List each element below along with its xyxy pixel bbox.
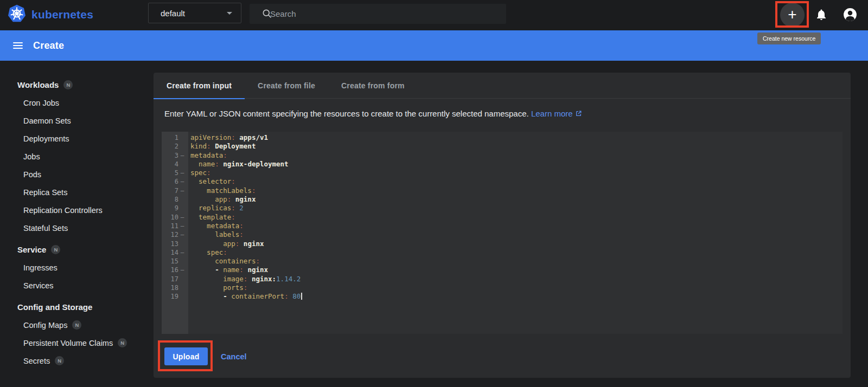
sidebar-item-stateful-sets[interactable]: Stateful Sets (0, 219, 154, 237)
editor-code-area[interactable]: apiVersion: apps/v1kind: Deploymentmetad… (188, 132, 843, 334)
code-line: kind: Deployment (190, 142, 843, 151)
cancel-button[interactable]: Cancel (221, 347, 247, 365)
plus-icon: + (788, 7, 796, 22)
token-key: matchLabels (207, 186, 252, 195)
sidebar-item-label: Jobs (23, 152, 40, 161)
sidebar-item-label: Daemon Sets (23, 117, 71, 125)
sidebar-section-workloads[interactable]: WorkloadsN (0, 76, 154, 94)
token-colon: : (231, 133, 235, 141)
yaml-editor[interactable]: 123–45–6–7–8910–11–12–1314–1516–171819 a… (162, 132, 843, 334)
token-num: 2 (235, 204, 244, 212)
top-bar: kubernetes default + (0, 0, 868, 30)
fold-marker-icon[interactable]: – (178, 222, 186, 230)
sidebar-item-deployments[interactable]: Deployments (0, 130, 154, 147)
gutter-line: 17 (162, 275, 188, 283)
sidebar-item-label: Stateful Sets (23, 224, 68, 233)
token-plain (190, 240, 223, 248)
sidebar-item-label: Ingresses (23, 263, 58, 272)
app-bar: Create (0, 30, 868, 61)
gutter-line: 14– (162, 248, 188, 257)
sidebar-item-replication-controllers[interactable]: Replication Controllers (0, 201, 154, 219)
new-badge: N (51, 245, 60, 254)
sidebar-item-ingresses[interactable]: Ingresses (0, 259, 154, 276)
notifications-button[interactable] (815, 8, 828, 23)
search-icon (261, 8, 272, 21)
gutter-line: 10– (162, 213, 188, 222)
tab-create-from-form[interactable]: Create from form (328, 73, 418, 99)
sidebar-section-label: Workloads (17, 80, 59, 89)
line-number: 3 (162, 151, 178, 160)
sidebar-item-replica-sets[interactable]: Replica Sets (0, 183, 154, 201)
fold-spacer (178, 160, 186, 169)
sidebar-item-secrets[interactable]: SecretsN (0, 352, 154, 370)
line-number: 4 (162, 160, 178, 169)
code-line: ports: (190, 283, 843, 292)
brand-title: kubernetes (31, 8, 93, 21)
fold-marker-icon[interactable]: – (178, 230, 186, 239)
code-line: - name: nginx (190, 266, 843, 274)
search-bar[interactable] (250, 4, 506, 24)
fold-marker-icon[interactable]: – (178, 186, 186, 195)
sidebar-section-service[interactable]: ServiceN (0, 241, 154, 259)
sidebar: WorkloadsNCron JobsDaemon SetsDeployment… (0, 61, 154, 387)
token-val: nginx (244, 266, 268, 274)
menu-icon[interactable] (13, 41, 23, 50)
token-plain (190, 177, 199, 185)
gutter-line: 15 (162, 257, 188, 266)
sidebar-item-persistent-volume-claims[interactable]: Persistent Volume ClaimsN (0, 334, 154, 352)
namespace-selector[interactable]: default (148, 3, 241, 23)
sidebar-item-label: Replication Controllers (23, 206, 103, 215)
token-colon: : (215, 160, 219, 168)
sidebar-item-label: Persistent Volume Claims (23, 339, 113, 347)
new-badge: N (72, 320, 81, 330)
new-badge: N (118, 338, 127, 347)
tooltip-create-new-resource: Create new resource (757, 33, 821, 44)
fold-marker-icon[interactable]: – (178, 266, 186, 274)
fold-marker-icon[interactable]: – (178, 169, 186, 177)
code-line: containers: (190, 257, 843, 266)
token-key: ports (223, 283, 244, 292)
token-colon: : (239, 266, 244, 274)
token-key: app (223, 240, 235, 248)
line-number: 1 (162, 133, 178, 142)
token-val: nginx-deployment (219, 160, 289, 168)
tab-create-from-input[interactable]: Create from input (154, 73, 245, 99)
gutter-line: 1 (162, 133, 188, 142)
brand[interactable]: kubernetes (8, 4, 93, 25)
fold-spacer (178, 133, 186, 142)
account-button[interactable] (843, 8, 857, 24)
tab-create-from-file[interactable]: Create from file (245, 73, 328, 99)
fold-marker-icon[interactable]: – (178, 177, 186, 186)
fold-marker-icon[interactable]: – (178, 248, 186, 257)
token-key: template (199, 213, 231, 221)
sidebar-section-label: Config and Storage (17, 302, 92, 312)
token-plain (190, 266, 215, 274)
gutter-line: 13 (162, 240, 188, 248)
learn-more-link[interactable]: Learn more (531, 109, 582, 118)
sidebar-item-cron-jobs[interactable]: Cron Jobs (0, 94, 154, 112)
create-new-resource-button[interactable]: + (780, 3, 805, 27)
tab-bar: Create from inputCreate from fileCreate … (154, 73, 851, 99)
token-colon: : (244, 283, 248, 292)
code-line: selector: (190, 177, 843, 186)
gutter-line: 19 (162, 292, 188, 301)
code-line: template: (190, 213, 843, 222)
sidebar-item-pods[interactable]: Pods (0, 165, 154, 183)
token-plain (190, 257, 215, 265)
token-key: containerPort (231, 292, 284, 300)
token-plain (190, 213, 199, 221)
search-input[interactable] (270, 9, 500, 18)
upload-button[interactable]: Upload (164, 347, 208, 365)
namespace-value: default (161, 9, 227, 18)
line-number: 12 (162, 230, 178, 239)
sidebar-item-jobs[interactable]: Jobs (0, 147, 154, 165)
gutter-line: 12– (162, 230, 188, 239)
fold-marker-icon[interactable]: – (178, 151, 186, 160)
sidebar-item-daemon-sets[interactable]: Daemon Sets (0, 112, 154, 130)
line-number: 7 (162, 186, 178, 195)
sidebar-item-services[interactable]: Services (0, 276, 154, 294)
sidebar-item-label: Services (23, 281, 54, 290)
sidebar-item-config-maps[interactable]: Config MapsN (0, 316, 154, 334)
fold-marker-icon[interactable]: – (178, 213, 186, 222)
sidebar-section-config-and-storage[interactable]: Config and Storage (0, 298, 154, 316)
